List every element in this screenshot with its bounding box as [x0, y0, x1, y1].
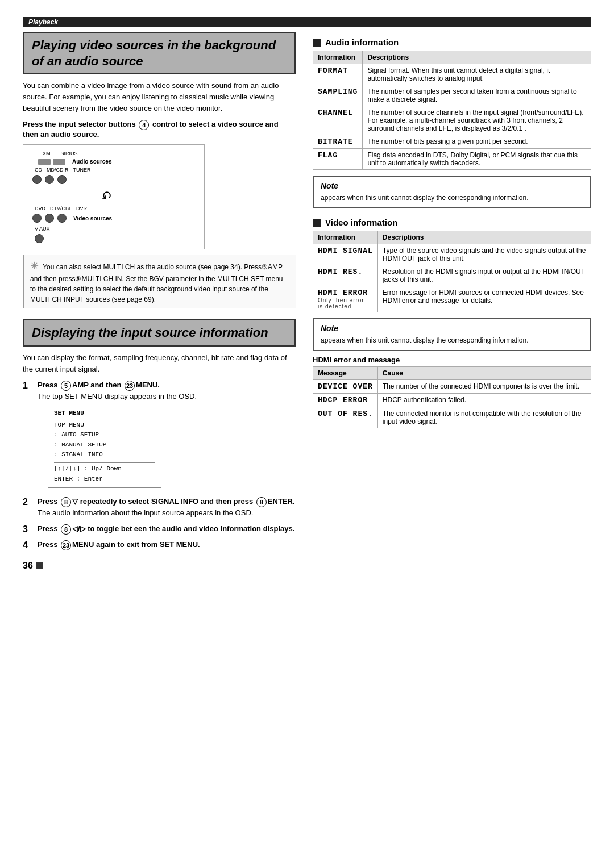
step-1: 1 Press 5AMP and then 23MENU. The top SE… — [23, 381, 296, 491]
tip-icon: ✳ — [30, 260, 39, 272]
step-2-body: The audio information about the input so… — [38, 507, 296, 519]
audio-note-box: Note appears when this unit cannot displ… — [313, 176, 591, 208]
step-3-content: Press 8◁/▷ to toggle bet een the audio a… — [38, 524, 296, 535]
step-2-content: Press 8▽ repeatedly to select SIGNAL INF… — [38, 497, 296, 519]
diagram-row3: Video sources — [32, 214, 112, 223]
video-note-text: appears when this unit cannot display th… — [321, 335, 583, 345]
audio-table-header-info: Information — [313, 51, 363, 64]
page: Playback Playing video sources in the ba… — [0, 0, 614, 868]
video-hdmi-signal-desc: Type of the source video signals and the… — [377, 244, 591, 265]
osd-line-1: TOP MENU — [54, 420, 155, 431]
video-hdmi-error-desc: Error message for HDMI sources or connec… — [377, 286, 591, 312]
audio-note-title: Note — [321, 181, 583, 190]
btn-mdcd — [45, 175, 54, 184]
diagram-inner: XM SIRIUS Audio sources CD MD/ — [32, 151, 112, 243]
audio-row-flag: FLAG Flag data encoded in DTS, Dolby Dig… — [313, 149, 591, 170]
hdmi-error-header-cause: Cause — [377, 367, 591, 380]
step-3: 3 Press 8◁/▷ to toggle bet een the audio… — [23, 524, 296, 535]
hdmi-error-row-hdcp: HDCP ERROR HDCP authentication failed. — [313, 394, 591, 407]
right-column: Audio information Information Descriptio… — [313, 32, 591, 851]
video-row-hdmi-signal: HDMI SIGNAL Type of the source video sig… — [313, 244, 591, 265]
hdmi-hdcp-cause: HDCP authentication failed. — [377, 394, 591, 407]
left-column: Playing video sources in the background … — [23, 32, 296, 851]
section1-instruction: Press the input selector buttons 4 contr… — [23, 120, 296, 139]
tip-box: ✳ You can also select MULTI CH as the au… — [23, 255, 296, 308]
audio-row-sampling: SAMPLING The number of samples per secon… — [313, 85, 591, 106]
step-2-num: 2 — [23, 497, 33, 507]
section2-title: Displaying the input source information — [23, 319, 296, 347]
audio-row-bitrate: BITRATE The number of bits passing a giv… — [313, 135, 591, 149]
step-4: 4 Press 23MENU again to exit from SET ME… — [23, 540, 296, 550]
hdmi-error-row-device-over: DEVICE OVER The number of the connected … — [313, 380, 591, 394]
audio-flag-info: FLAG — [313, 149, 363, 170]
hdmi-error-row-out-of-res: OUT OF RES. The connected monitor is not… — [313, 407, 591, 428]
btn-dtvcbl — [45, 214, 54, 223]
step-1-content: Press 5AMP and then 23MENU. The top SET … — [38, 381, 296, 491]
audio-note-text: appears when this unit cannot display th… — [321, 193, 583, 203]
circle-4: 4 — [139, 120, 149, 130]
audio-channel-info: CHANNEL — [313, 106, 363, 135]
tip-text: You can also select MULTI CH as the audi… — [30, 263, 283, 303]
hdmi-error-header-msg: Message — [313, 367, 378, 380]
step-4-num: 4 — [23, 540, 33, 550]
video-note-box: Note appears when this unit cannot displ… — [313, 318, 591, 351]
audio-format-desc: Signal format. When this unit cannot det… — [363, 64, 591, 85]
osd-display: SET MENU TOP MENU : AUTO SETUP : MANUAL … — [48, 406, 161, 489]
osd-line-2: : AUTO SETUP — [54, 430, 155, 440]
hdmi-error-table: Message Cause DEVICE OVER The number of … — [313, 366, 591, 428]
btn-tuner — [57, 175, 67, 184]
video-hdmi-signal-info: HDMI SIGNAL — [313, 244, 378, 265]
video-section-icon — [313, 219, 321, 227]
osd-line-3: : MANUAL SETUP — [54, 440, 155, 450]
step-1-num: 1 — [23, 381, 33, 391]
step-1-body: The top SET MENU display appears in the … — [38, 391, 296, 402]
section1-body: You can combine a video image from a vid… — [23, 80, 296, 114]
btn-cd — [32, 175, 42, 184]
video-sources-label: Video sources — [73, 215, 112, 222]
audio-section-icon — [313, 39, 321, 47]
step-2-bold: Press 8▽ repeatedly to select SIGNAL INF… — [38, 497, 296, 507]
video-note-title: Note — [321, 324, 583, 333]
step-1-bold: Press 5AMP and then 23MENU. — [38, 381, 296, 391]
only-error-note: Only hen erroris detected — [318, 297, 373, 310]
audio-table-header-desc: Descriptions — [363, 51, 591, 64]
page-number-area: 36 — [23, 561, 296, 571]
main-layout: Playing video sources in the background … — [23, 32, 591, 851]
audio-sampling-desc: The number of samples per second taken f… — [363, 85, 591, 106]
video-row-hdmi-error: HDMI ERROR Only hen erroris detected Err… — [313, 286, 591, 312]
osd-line-6: ENTER : Enter — [54, 474, 155, 485]
audio-bitrate-info: BITRATE — [313, 135, 363, 149]
video-info-header: Video information — [313, 218, 591, 227]
video-table-header-info: Information — [313, 231, 378, 244]
audio-channel-desc: The number of source channels in the inp… — [363, 106, 591, 135]
audio-bitrate-desc: The number of bits passing a given point… — [363, 135, 591, 149]
video-hdmi-res-desc: Resolution of the HDMI signals input or … — [377, 265, 591, 286]
page-num-square — [36, 562, 43, 569]
hdmi-device-over-msg: DEVICE OVER — [313, 380, 378, 394]
section2-body: You can display the format, sampling fre… — [23, 352, 296, 375]
btn-vaux — [35, 234, 44, 243]
hdmi-device-over-cause: The number of the connected HDMI compone… — [377, 380, 591, 394]
step-3-bold: Press 8◁/▷ to toggle bet een the audio a… — [38, 524, 296, 535]
diagram-top-labels: XM SIRIUS — [43, 151, 112, 156]
video-row-hdmi-res: HDMI RES. Resolution of the HDMI signals… — [313, 265, 591, 286]
audio-flag-desc: Flag data encoded in DTS, Dolby Digital,… — [363, 149, 591, 170]
btn-xm — [38, 159, 51, 165]
video-hdmi-res-info: HDMI RES. — [313, 265, 378, 286]
audio-info-header: Audio information — [313, 37, 591, 47]
btn-dvd — [32, 214, 42, 223]
video-section-title: Video information — [325, 218, 397, 227]
hdmi-error-section: HDMI error and message Message Cause DEV… — [313, 356, 591, 428]
video-table-header-desc: Descriptions — [377, 231, 591, 244]
audio-format-info: FORMAT — [313, 64, 363, 85]
audio-row-format: FORMAT Signal format. When this unit can… — [313, 64, 591, 85]
hdmi-hdcp-msg: HDCP ERROR — [313, 394, 378, 407]
hdmi-out-of-res-cause: The connected monitor is not compatible … — [377, 407, 591, 428]
instruction-bold: Press the input selector buttons — [23, 120, 136, 129]
step-4-content: Press 23MENU again to exit from SET MENU… — [38, 540, 296, 550]
audio-sampling-info: SAMPLING — [313, 85, 363, 106]
audio-row-channel: CHANNEL The number of source channels in… — [313, 106, 591, 135]
osd-line-4: : SIGNAL INFO — [54, 450, 155, 460]
page-number: 36 — [23, 561, 33, 571]
step-3-num: 3 — [23, 524, 33, 535]
